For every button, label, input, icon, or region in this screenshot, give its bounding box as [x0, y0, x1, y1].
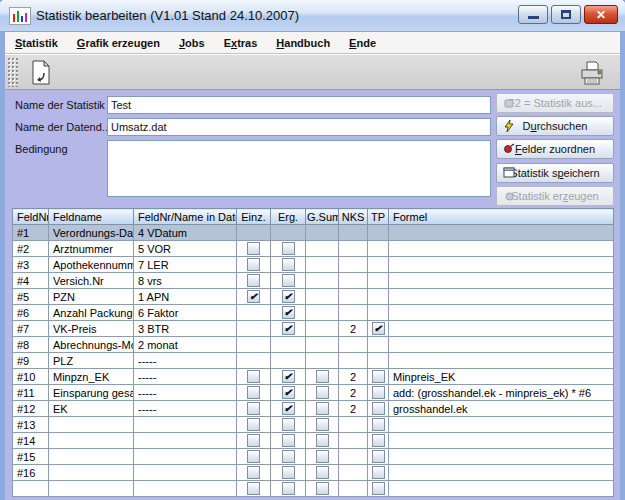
tp-checkbox[interactable]: ✔: [372, 322, 385, 335]
table-row[interactable]: #10Minpzn_EK-----✔2Minpreis_EK: [13, 369, 614, 385]
gsum-checkbox[interactable]: [316, 434, 329, 447]
cell-nks[interactable]: [339, 337, 368, 353]
cell-feldname[interactable]: [49, 433, 134, 449]
cell-erg[interactable]: [271, 241, 306, 257]
cell-einz[interactable]: [237, 241, 271, 257]
erg-checkbox[interactable]: [282, 466, 295, 479]
erg-checkbox[interactable]: [282, 434, 295, 447]
cell-erg[interactable]: ✔: [271, 401, 306, 417]
erg-checkbox[interactable]: ✔: [282, 290, 295, 303]
cell-feldnr[interactable]: #5: [13, 289, 49, 305]
einz-checkbox[interactable]: [247, 466, 260, 479]
cell-datei[interactable]: 7 LER: [134, 257, 237, 273]
cell-formel[interactable]: [389, 481, 614, 497]
cell-gsum[interactable]: [306, 417, 339, 433]
cell-gsum[interactable]: [306, 353, 339, 369]
table-row[interactable]: #15: [13, 449, 614, 465]
menu-item-jobs[interactable]: Jobs: [179, 37, 205, 49]
einz-checkbox[interactable]: [247, 482, 260, 495]
cell-feldnr[interactable]: #4: [13, 273, 49, 289]
table-row[interactable]: #5PZN1 APN✔✔: [13, 289, 614, 305]
cell-nks[interactable]: [339, 449, 368, 465]
cell-nks[interactable]: [339, 353, 368, 369]
cell-einz[interactable]: [237, 353, 271, 369]
cell-feldname[interactable]: [49, 417, 134, 433]
cell-einz[interactable]: [237, 337, 271, 353]
gsum-checkbox[interactable]: [316, 482, 329, 495]
cell-nks[interactable]: [339, 481, 368, 497]
cell-tp[interactable]: [368, 353, 389, 369]
cell-datei[interactable]: [134, 449, 237, 465]
felder-zuordnen-button[interactable]: Felder zuordnen: [496, 139, 614, 159]
menu-item-ende[interactable]: Ende: [349, 37, 376, 49]
cell-erg[interactable]: ✔: [271, 289, 306, 305]
erg-checkbox[interactable]: [282, 242, 295, 255]
cell-formel[interactable]: [389, 289, 614, 305]
cell-einz[interactable]: [237, 321, 271, 337]
cell-formel[interactable]: [389, 449, 614, 465]
f2-statistik-aus-button[interactable]: F2 = Statistik aus...: [496, 93, 614, 113]
cell-erg[interactable]: [271, 449, 306, 465]
cell-feldnr[interactable]: #9: [13, 353, 49, 369]
cell-feldname[interactable]: PLZ: [49, 353, 134, 369]
erg-checkbox[interactable]: [282, 482, 295, 495]
cell-feldnr[interactable]: [13, 481, 49, 497]
close-button[interactable]: ✕: [584, 5, 618, 24]
cell-feldnr[interactable]: #1: [13, 225, 49, 241]
table-row[interactable]: #2Arztnummer5 VOR: [13, 241, 614, 257]
tp-checkbox[interactable]: [372, 450, 385, 463]
cell-einz[interactable]: ✔: [237, 289, 271, 305]
cell-formel[interactable]: [389, 353, 614, 369]
cell-gsum[interactable]: [306, 481, 339, 497]
cell-datei[interactable]: 5 VOR: [134, 241, 237, 257]
table-row[interactable]: #14: [13, 433, 614, 449]
cell-tp[interactable]: [368, 433, 389, 449]
cell-datei[interactable]: -----: [134, 385, 237, 401]
gsum-checkbox[interactable]: [316, 450, 329, 463]
cell-formel[interactable]: add: (grosshandel.ek - minpreis_ek) * #6: [389, 385, 614, 401]
cell-tp[interactable]: [368, 225, 389, 241]
einz-checkbox[interactable]: [247, 434, 260, 447]
cell-nks[interactable]: 2: [339, 321, 368, 337]
cell-formel[interactable]: [389, 305, 614, 321]
cell-feldnr[interactable]: #8: [13, 337, 49, 353]
cell-erg[interactable]: [271, 433, 306, 449]
einz-checkbox[interactable]: [247, 450, 260, 463]
cell-feldname[interactable]: VK-Preis: [49, 321, 134, 337]
column-header[interactable]: FeldNr/Name in Datei: [134, 209, 237, 225]
cell-datei[interactable]: 3 BTR: [134, 321, 237, 337]
cell-erg[interactable]: [271, 465, 306, 481]
cell-nks[interactable]: [339, 225, 368, 241]
cell-feldnr[interactable]: #3: [13, 257, 49, 273]
cell-formel[interactable]: [389, 321, 614, 337]
einz-checkbox[interactable]: ✔: [247, 290, 260, 303]
cell-nks[interactable]: [339, 433, 368, 449]
cell-gsum[interactable]: [306, 449, 339, 465]
datendatei-name-input[interactable]: [107, 118, 491, 136]
cell-feldname[interactable]: Apothekennummer: [49, 257, 134, 273]
cell-einz[interactable]: [237, 401, 271, 417]
statistik-name-input[interactable]: [107, 96, 491, 114]
erg-checkbox[interactable]: ✔: [282, 322, 295, 335]
cell-erg[interactable]: [271, 257, 306, 273]
print-button[interactable]: [578, 59, 606, 87]
cell-formel[interactable]: [389, 241, 614, 257]
cell-feldname[interactable]: [49, 465, 134, 481]
cell-feldname[interactable]: [49, 449, 134, 465]
cell-einz[interactable]: [237, 257, 271, 273]
menu-item-statistik[interactable]: Statistik: [15, 37, 58, 49]
cell-datei[interactable]: 8 vrs: [134, 273, 237, 289]
cell-nks[interactable]: 2: [339, 385, 368, 401]
cell-feldname[interactable]: Anzahl Packungen: [49, 305, 134, 321]
cell-gsum[interactable]: [306, 241, 339, 257]
statistik-speichern-button[interactable]: Statistik speichern: [496, 163, 614, 183]
cell-erg[interactable]: ✔: [271, 305, 306, 321]
tp-checkbox[interactable]: [372, 482, 385, 495]
cell-feldnr[interactable]: #7: [13, 321, 49, 337]
menu-item-handbuch[interactable]: Handbuch: [276, 37, 330, 49]
einz-checkbox[interactable]: [247, 402, 260, 415]
tp-checkbox[interactable]: [372, 402, 385, 415]
einz-checkbox[interactable]: [247, 386, 260, 399]
cell-einz[interactable]: [237, 433, 271, 449]
cell-erg[interactable]: [271, 417, 306, 433]
